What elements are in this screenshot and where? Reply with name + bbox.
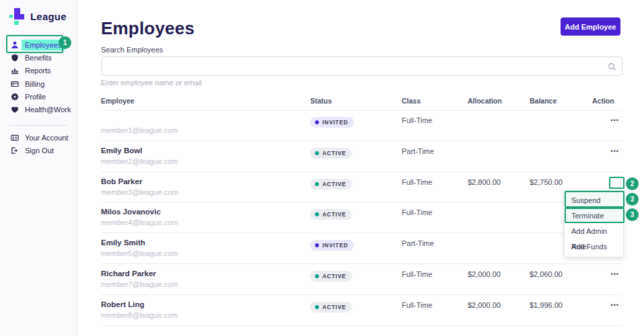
employee-allocation [468, 110, 530, 140]
status-dot-icon [315, 305, 319, 309]
employee-email: member4@league.com [101, 218, 310, 226]
table-row: Robert Ling member8@league.com ACTIVE Fu… [101, 295, 622, 326]
employee-name [101, 115, 310, 124]
add-employee-button[interactable]: Add Employee [561, 17, 620, 36]
menu-item-terminate[interactable]: Terminate [565, 208, 623, 224]
row-actions-ellipsis-icon[interactable] [609, 116, 621, 125]
column-header-class: Class [402, 97, 468, 110]
row-actions-ellipsis-icon[interactable] [609, 269, 621, 279]
sidebar-item-label: Benefits [25, 54, 52, 62]
sidebar-item-label: Billing [25, 80, 44, 88]
table-body: member1@league.com INVITED Full-Time Emi… [101, 110, 622, 326]
row-actions-ellipsis-icon[interactable] [609, 177, 621, 187]
table-row: Richard Parker member7@league.com ACTIVE… [101, 264, 622, 295]
employee-allocation: $2,000.00 [468, 264, 530, 294]
annotation-badge-2: 2 [626, 177, 639, 190]
table-row: member1@league.com INVITED Full-Time [101, 110, 622, 141]
employee-balance [530, 110, 592, 140]
employee-balance: $1,996.00 [530, 295, 592, 325]
status-badge: ACTIVE [310, 271, 352, 282]
employee-allocation: $2,000.00 [468, 295, 530, 325]
employee-name: Richard Parker [101, 269, 310, 278]
employee-class: Full-Time [402, 172, 468, 202]
table-row: Milos Jovanovic member4@league.com ACTIV… [101, 202, 622, 233]
status-dot-icon [315, 212, 319, 216]
status-dot-icon [315, 151, 319, 155]
id-card-icon [11, 134, 19, 142]
sidebar-item-benefits[interactable]: Benefits [0, 51, 77, 64]
row-actions-ellipsis-icon[interactable] [609, 300, 621, 310]
column-header-balance: Balance [530, 97, 592, 110]
employee-email: member3@league.com [101, 188, 310, 196]
employee-class: Full-Time [402, 295, 468, 325]
sidebar-divider [9, 125, 67, 126]
employee-allocation: $2,800.00 [468, 172, 530, 202]
employee-name: Milos Jovanovic [101, 207, 310, 216]
sidebar-item-profile[interactable]: Profile [0, 90, 77, 103]
employee-allocation [468, 233, 530, 263]
employees-page: League Employees Benefits Reports [0, 0, 644, 336]
sidebar-item-label: Your Account [25, 134, 68, 142]
bar-chart-icon [11, 67, 19, 75]
menu-item-add-admin-role[interactable]: Add Admin Role [565, 224, 623, 239]
search-input[interactable] [101, 56, 622, 76]
status-badge: ACTIVE [310, 179, 352, 190]
sidebar-footer-nav: Your Account Sign Out [0, 131, 77, 157]
status-dot-icon [315, 274, 319, 278]
status-badge: INVITED [310, 240, 354, 251]
search-label: Search Employees [101, 46, 163, 54]
sidebar-item-label: Profile [25, 93, 46, 101]
employee-class: Full-Time [402, 264, 468, 294]
employee-email: member7@league.com [101, 280, 310, 288]
employee-name: Bob Parker [101, 177, 310, 186]
row-actions-ellipsis-icon[interactable] [609, 146, 621, 156]
sidebar-item-sign-out[interactable]: Sign Out [0, 144, 77, 157]
credit-card-icon [11, 80, 19, 88]
employee-name: Emily Bowl [101, 146, 310, 155]
column-header-employee: Employee [101, 97, 310, 110]
employee-name: Robert Ling [101, 300, 310, 309]
table-row: Emily Bowl member2@league.com ACTIVE Par… [101, 141, 622, 172]
search-field-wrap [101, 56, 622, 76]
sidebar-item-your-account[interactable]: Your Account [0, 131, 77, 144]
sidebar-item-label: Reports [25, 67, 51, 75]
sidebar-item-label: Employees [22, 40, 65, 50]
employee-email: member5@league.com [101, 249, 310, 257]
column-header-status: Status [310, 97, 402, 110]
heart-icon [11, 106, 19, 114]
table-row: Bob Parker member3@league.com ACTIVE Ful… [101, 172, 622, 203]
gear-icon [11, 93, 19, 101]
league-logo: League [9, 7, 67, 26]
annotation-badge-3a: 3 [626, 193, 639, 206]
sidebar-item-health-at-work[interactable]: Health@Work [0, 103, 77, 116]
menu-item-suspend[interactable]: Suspend [565, 193, 623, 208]
table-header: Employee Status Class Allocation Balance… [101, 97, 622, 111]
sidebar-item-label: Health@Work [25, 106, 71, 114]
page-title: Employees [101, 18, 194, 39]
row-actions-context-menu: Suspend Terminate Add Admin Role Add Fun… [564, 190, 624, 257]
employee-balance: $2,060.00 [530, 264, 592, 294]
sidebar: League Employees Benefits Reports [0, 0, 77, 336]
employee-class: Full-Time [402, 202, 468, 233]
search-helper-text: Enter employee name or email [101, 79, 202, 87]
status-badge: ACTIVE [310, 148, 352, 159]
column-header-allocation: Allocation [468, 97, 530, 110]
employee-allocation [468, 202, 530, 233]
table-row: Emily Smith member5@league.com INVITED P… [101, 233, 622, 264]
employee-email: member8@league.com [101, 311, 310, 319]
employee-allocation [468, 141, 530, 171]
sidebar-item-label: Sign Out [25, 146, 54, 155]
sign-out-icon [11, 146, 19, 155]
employee-class: Part-Time [402, 233, 468, 263]
status-badge: ACTIVE [310, 209, 352, 220]
sidebar-item-employees[interactable]: Employees [0, 38, 77, 51]
status-badge: INVITED [310, 117, 354, 128]
search-icon [608, 62, 616, 71]
employee-name: Emily Smith [101, 238, 310, 247]
shield-icon [11, 54, 19, 62]
menu-item-add-funds[interactable]: Add Funds [565, 239, 623, 255]
sidebar-item-reports[interactable]: Reports [0, 65, 77, 77]
employee-email: member2@league.com [101, 157, 310, 165]
person-icon [11, 41, 19, 49]
sidebar-item-billing[interactable]: Billing [0, 77, 77, 90]
